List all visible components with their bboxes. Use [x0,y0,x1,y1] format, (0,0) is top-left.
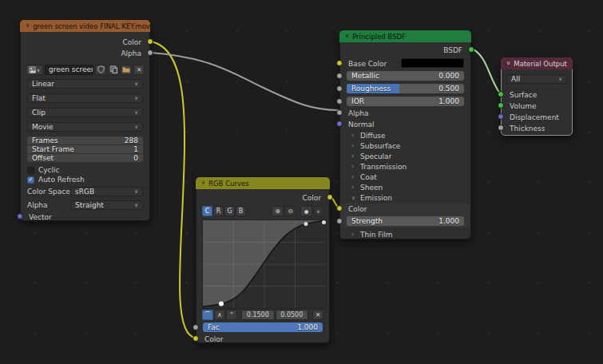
unlink-button[interactable]: ✕ [133,65,145,75]
output-target-select[interactable]: All ∨ [506,74,567,84]
projection-select[interactable]: Flat ∨ [27,93,143,103]
strength-value: 1.000 [438,217,459,225]
color-output-label: Color [123,38,142,46]
rgb-curves-node[interactable]: ∨ RGB Curves Color C R G B ⊕ ⊖ ● ∨ [196,177,330,343]
source-select[interactable]: Movie ∨ [27,122,143,132]
channel-r-button[interactable]: R [213,206,224,216]
chevron-down-icon: ∨ [134,95,138,101]
curve-plot [203,220,326,308]
principled-bsdf-node[interactable]: ∨ Principled BSDF BSDF Base Color Metall… [339,30,471,239]
socket-fac-input[interactable] [192,324,199,330]
image-node-header[interactable]: ∨ green screen video FINAL KEY.mov [20,20,150,32]
chevron-down-icon: ∨ [37,67,40,73]
auto-refresh-checkbox[interactable]: ✓ [27,176,34,184]
handle-free-button[interactable]: ⌃ [226,310,237,320]
principled-header[interactable]: ∨ Principled BSDF [339,30,471,42]
collapse-icon[interactable]: ∨ [506,61,510,66]
image-texture-node[interactable]: ∨ green screen video FINAL KEY.mov Color… [20,20,150,221]
curve-point[interactable] [304,222,308,226]
offset-field[interactable]: Offset 0 [27,154,143,162]
check-icon: ✓ [29,177,34,183]
start-frame-field[interactable]: Start Frame 1 [27,145,143,153]
interpolation-select[interactable]: Linear ∨ [27,79,143,89]
section-coat[interactable]: › Coat [340,172,470,182]
cyclic-checkbox-row[interactable]: Cyclic [27,166,143,174]
zoom-in-button[interactable]: ⊕ [272,206,284,216]
material-output-header[interactable]: ∨ Material Output [501,57,573,69]
material-output-node[interactable]: ∨ Material Output All ∨ Surface Volume D… [501,57,573,136]
volume-input-row: Volume [502,101,572,111]
section-transmission[interactable]: › Transmission [340,161,470,172]
socket-curves-color-output[interactable] [327,194,333,200]
auto-refresh-checkbox-row[interactable]: ✓ Auto Refresh [27,176,143,184]
socket-color-output[interactable] [147,38,153,45]
extension-value: Clip [32,109,46,117]
metallic-slider[interactable]: Metallic 0.000 [347,71,464,81]
socket-surface-input[interactable] [498,91,504,97]
curves-color-output-label: Color [303,194,322,202]
handle-vector-button[interactable]: ∧ [214,310,225,320]
chevron-down-icon: ∨ [134,202,138,208]
roughness-slider[interactable]: Roughness 0.500 [347,84,464,93]
channel-b-button[interactable]: B [236,206,246,216]
socket-bsdf-output[interactable] [468,46,474,53]
extension-select[interactable]: Clip ∨ [27,108,143,117]
chevron-down-icon: ∨ [316,208,319,214]
open-file-button[interactable] [121,65,132,75]
frames-label: Frames [32,136,58,144]
collapse-icon[interactable]: ∨ [345,34,349,39]
fake-user-button[interactable] [95,65,106,75]
point-x-field[interactable]: 0.1500 [241,310,275,320]
socket-alpha-input[interactable] [336,109,343,116]
duplicate-button[interactable] [108,65,119,75]
zoom-out-button[interactable]: ⊖ [284,206,296,216]
socket-base-color-input[interactable] [336,60,343,66]
socket-vector-input[interactable] [17,213,23,220]
alpha-mode-select[interactable]: Straight ∨ [70,200,143,210]
socket-curves-color-input[interactable] [192,335,199,342]
frames-field[interactable]: Frames 288 [27,136,143,144]
rgb-curves-header[interactable]: ∨ RGB Curves [196,177,330,189]
curve-display[interactable] [202,220,327,309]
socket-normal-input[interactable] [336,121,343,127]
node-editor-canvas[interactable]: ∨ green screen video FINAL KEY.mov Color… [0,0,603,364]
handle-auto-button[interactable]: ⌒ [202,310,213,320]
section-emission[interactable]: ∨ Emission [340,192,470,203]
cyclic-checkbox[interactable] [27,167,34,174]
collapse-icon[interactable]: ∨ [26,23,30,29]
collapse-icon[interactable]: ∨ [201,180,205,186]
socket-displacement-input[interactable] [498,113,504,120]
point-y-field[interactable]: 0.0500 [276,310,309,320]
section-diffuse[interactable]: › Diffuse [340,130,470,140]
socket-volume-input[interactable] [498,102,504,109]
socket-alpha-output[interactable] [147,49,153,56]
section-subsurface[interactable]: › Subsurface [340,140,470,151]
socket-emission-color-input[interactable] [336,205,343,212]
channel-g-button[interactable]: G [224,206,235,216]
clipping-button[interactable]: ● [300,206,312,216]
cyclic-label: Cyclic [38,166,60,174]
socket-thickness-input[interactable] [498,125,504,131]
ior-slider[interactable]: IOR 1.000 [347,97,464,106]
close-icon: ✕ [315,311,321,318]
curve-tools-button[interactable]: ∨ [313,206,323,216]
section-specular[interactable]: › Specular [340,151,470,161]
image-browse-button[interactable]: ∨ [26,65,43,75]
delete-point-button[interactable]: ✕ [312,310,323,320]
color-space-select[interactable]: sRGB ∨ [70,187,143,196]
socket-strength-input[interactable] [336,218,343,224]
section-sheen[interactable]: › Sheen [340,182,470,192]
fac-slider[interactable]: Fac 1.000 [203,322,323,332]
socket-metallic-input[interactable] [336,73,343,79]
image-name-field[interactable]: green screen vid... [45,65,93,75]
expand-icon: › [351,163,356,170]
chevron-down-icon: ∨ [134,81,138,87]
curve-point[interactable] [322,220,326,224]
channel-c-button[interactable]: C [202,206,212,216]
socket-roughness-input[interactable] [336,85,343,92]
socket-ior-input[interactable] [336,98,343,105]
section-thin-film[interactable]: › Thin Film [340,229,470,239]
strength-slider[interactable]: Strength 1.000 [347,216,464,226]
curve-point-selected[interactable] [219,302,224,307]
base-color-swatch[interactable] [401,58,464,68]
